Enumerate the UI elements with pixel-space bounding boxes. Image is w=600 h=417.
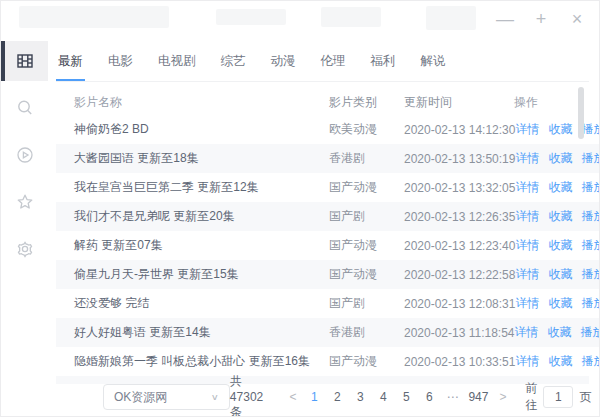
movie-category: 国产动漫 — [329, 179, 404, 196]
sidebar-item-videos[interactable] — [1, 41, 48, 81]
window-controls: — + × — [495, 9, 587, 29]
favorite-link[interactable]: 收藏 — [548, 179, 572, 196]
movie-name: 解药 更新至07集 — [56, 237, 329, 254]
category-tabs: 最新电影电视剧综艺动漫伦理福利解说 — [56, 49, 589, 82]
tab-2[interactable]: 电影 — [106, 49, 135, 81]
detail-link[interactable]: 详情 — [515, 179, 539, 196]
movie-name: 还没爱够 完结 — [56, 295, 329, 312]
sidebar — [1, 39, 48, 417]
play-link[interactable]: 播放 — [581, 295, 600, 312]
page-number-3[interactable]: 3 — [353, 390, 367, 404]
favorite-link[interactable]: 收藏 — [548, 208, 572, 225]
detail-link[interactable]: 详情 — [515, 121, 539, 138]
play-link[interactable]: 播放 — [581, 208, 600, 225]
detail-link[interactable]: 详情 — [515, 324, 539, 341]
gear-icon — [15, 239, 35, 259]
page-number-5[interactable]: 5 — [399, 390, 413, 404]
goto-page-input[interactable] — [543, 386, 573, 408]
detail-link[interactable]: 详情 — [515, 266, 539, 283]
page-number-947[interactable]: 947 — [468, 390, 488, 404]
play-link[interactable]: 播放 — [581, 121, 600, 138]
play-link[interactable]: 播放 — [581, 266, 600, 283]
row-actions: 详情收藏播放 — [515, 324, 600, 341]
table-row: 还没爱够 完结国产剧2020-02-13 12:08:31详情收藏播放 — [56, 289, 600, 318]
table-header: 影片名称 影片类别 更新时间 操作 — [56, 89, 600, 115]
update-time: 2020-02-13 13:32:05 — [404, 181, 515, 195]
update-time: 2020-02-13 12:22:58 — [404, 268, 515, 282]
favorite-link[interactable]: 收藏 — [548, 266, 572, 283]
tab-4[interactable]: 综艺 — [219, 49, 248, 81]
update-time: 2020-02-13 14:12:30 — [404, 123, 515, 137]
app-body: 最新电影电视剧综艺动漫伦理福利解说 影片名称 影片类别 更新时间 操作 神偷奶爸… — [1, 39, 599, 417]
tab-8[interactable]: 解说 — [419, 49, 448, 81]
goto-page-group: 前往 页 — [525, 380, 591, 414]
page-number-4[interactable]: 4 — [376, 390, 390, 404]
film-icon — [15, 51, 35, 71]
sidebar-item-search[interactable] — [1, 88, 48, 128]
table-row: 解药 更新至07集国产动漫2020-02-13 12:23:40详情收藏播放 — [56, 231, 600, 260]
source-select[interactable]: OK资源网 ∨ — [103, 384, 230, 410]
next-page-icon[interactable]: > — [497, 390, 508, 404]
goto-label: 前往 — [525, 380, 537, 414]
movie-category: 欧美动漫 — [329, 121, 404, 138]
play-link[interactable]: 播放 — [581, 150, 600, 167]
table-row: 隐婚新娘第一季 叫板总裁小甜心 更新至16集国产动漫2020-02-13 10:… — [56, 347, 600, 376]
play-link[interactable]: 播放 — [581, 179, 600, 196]
total-count-label: 共 47302 条 — [230, 373, 275, 417]
table-row: 神偷奶爸2 BD欧美动漫2020-02-13 14:12:30详情收藏播放 — [56, 115, 600, 144]
maximize-icon[interactable]: + — [531, 9, 551, 29]
movie-name: 隐婚新娘第一季 叫板总裁小甜心 更新至16集 — [56, 353, 329, 370]
background-ghost — [321, 7, 381, 27]
detail-link[interactable]: 详情 — [515, 150, 539, 167]
favorite-link[interactable]: 收藏 — [548, 237, 572, 254]
favorite-link[interactable]: 收藏 — [548, 121, 572, 138]
app-window: — + × 最新电影电视剧综艺动漫伦理福利解说 影片名称 影片类别 更新时间 操… — [0, 0, 600, 417]
title-bar: — + × — [1, 1, 599, 39]
row-actions: 详情收藏播放 — [515, 237, 600, 254]
chevron-down-icon: ∨ — [211, 392, 219, 402]
detail-link[interactable]: 详情 — [515, 208, 539, 225]
tab-3[interactable]: 电视剧 — [156, 49, 198, 81]
source-select-value: OK资源网 — [114, 389, 167, 406]
background-ghost — [216, 9, 286, 25]
sidebar-item-settings[interactable] — [1, 229, 48, 269]
header-update-time: 更新时间 — [404, 94, 514, 111]
detail-link[interactable]: 详情 — [515, 353, 539, 370]
detail-link[interactable]: 详情 — [515, 237, 539, 254]
background-ghost — [19, 6, 169, 28]
scrollbar[interactable] — [578, 87, 584, 139]
tab-5[interactable]: 动漫 — [269, 49, 298, 81]
minimize-icon[interactable]: — — [495, 9, 515, 29]
background-ghost — [426, 6, 476, 30]
row-actions: 详情收藏播放 — [515, 208, 600, 225]
play-link[interactable]: 播放 — [581, 237, 600, 254]
movie-name: 我在皇宫当巨巨第二季 更新至12集 — [56, 179, 329, 196]
movie-category: 国产剧 — [329, 295, 404, 312]
favorite-link[interactable]: 收藏 — [548, 324, 572, 341]
tab-7[interactable]: 福利 — [369, 49, 398, 81]
update-time: 2020-02-13 12:23:40 — [404, 239, 515, 253]
sidebar-item-play[interactable] — [1, 135, 48, 175]
sidebar-item-favorites[interactable] — [1, 182, 48, 222]
movie-category: 国产动漫 — [329, 353, 404, 370]
play-link[interactable]: 播放 — [581, 353, 600, 370]
table-row: 我在皇宫当巨巨第二季 更新至12集国产动漫2020-02-13 13:32:05… — [56, 173, 600, 202]
page-number-1[interactable]: 1 — [307, 390, 321, 404]
movie-name: 我们才不是兄弟呢 更新至20集 — [56, 208, 329, 225]
close-icon[interactable]: × — [567, 9, 587, 29]
row-actions: 详情收藏播放 — [515, 121, 600, 138]
prev-page-icon[interactable]: < — [287, 390, 298, 404]
play-link[interactable]: 播放 — [581, 324, 600, 341]
row-actions: 详情收藏播放 — [515, 266, 600, 283]
star-icon — [15, 192, 35, 212]
page-number-2[interactable]: 2 — [330, 390, 344, 404]
detail-link[interactable]: 详情 — [515, 295, 539, 312]
tab-1[interactable]: 最新 — [56, 49, 85, 81]
page-number-6[interactable]: 6 — [422, 390, 436, 404]
favorite-link[interactable]: 收藏 — [548, 353, 572, 370]
movie-category: 香港剧 — [329, 150, 404, 167]
search-icon — [15, 98, 35, 118]
tab-6[interactable]: 伦理 — [319, 49, 348, 81]
favorite-link[interactable]: 收藏 — [548, 150, 572, 167]
favorite-link[interactable]: 收藏 — [548, 295, 572, 312]
